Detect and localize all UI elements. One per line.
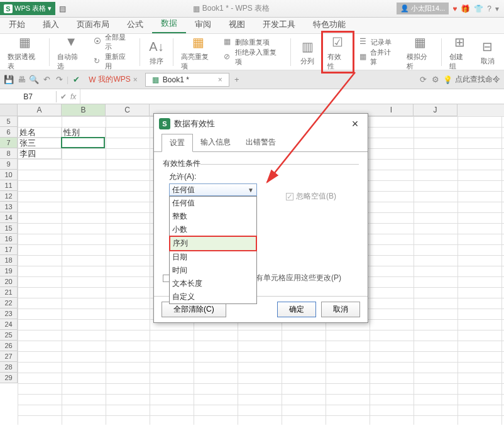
row-header[interactable]: 27	[0, 351, 18, 362]
combo-item-time[interactable]: 时间	[170, 264, 256, 277]
chevron-down-icon[interactable]: ▼	[248, 187, 254, 194]
pivot-button[interactable]: ▦ 数据透视表	[4, 33, 45, 71]
titlebar-menu-icon[interactable]: ▤	[59, 4, 66, 13]
user-badge[interactable]: 👤 小太阳14...	[397, 3, 449, 14]
row-header[interactable]: 14	[0, 212, 18, 223]
menu-formula[interactable]: 公式	[118, 16, 152, 33]
remove-dup-button[interactable]: ▦删除重复项	[224, 37, 270, 47]
select-all-corner[interactable]	[0, 104, 18, 116]
group-button[interactable]: ⊞ 创建组	[446, 33, 474, 71]
row-header[interactable]: 6	[0, 127, 18, 138]
highlight-dup-button[interactable]: ▦ 高亮重复项	[177, 33, 219, 71]
find-command-label[interactable]: 点此查找命令	[455, 74, 500, 85]
save-icon[interactable]: 💾	[4, 75, 14, 85]
record-button[interactable]: ☰记录单	[359, 37, 392, 47]
close-icon[interactable]: ×	[133, 75, 138, 84]
row-header[interactable]: 5	[0, 116, 18, 127]
menu-dev[interactable]: 开发工具	[254, 16, 304, 33]
menu-view[interactable]: 视图	[220, 16, 254, 33]
row-header[interactable]: 29	[0, 373, 18, 383]
accept-icon[interactable]: ✔	[60, 92, 67, 101]
ignore-blank-checkbox[interactable]: ✓ 忽略空值(B)	[286, 191, 336, 202]
tab-error-alert[interactable]: 出错警告	[238, 134, 283, 152]
check-icon[interactable]: ✔	[71, 75, 81, 85]
heart-icon[interactable]: ♥	[452, 4, 457, 13]
cell-A6[interactable]: 姓名	[18, 127, 62, 138]
shirt-icon[interactable]: 👕	[474, 4, 483, 13]
name-box[interactable]: B7	[0, 91, 57, 102]
preview-icon[interactable]: 🔍	[29, 75, 39, 85]
combo-display[interactable]: 任何值 ▼	[169, 183, 257, 196]
col-header[interactable]: I	[370, 104, 414, 116]
tab-input-msg[interactable]: 输入信息	[193, 134, 238, 152]
combo-item-decimal[interactable]: 小数	[170, 223, 256, 236]
cell-A7[interactable]: 张三	[18, 138, 62, 148]
whatif-button[interactable]: ▦ 模拟分析	[403, 33, 437, 71]
row-header[interactable]: 16	[0, 234, 18, 244]
text-cols-button[interactable]: ▥ 分列	[295, 38, 320, 66]
row-header[interactable]: 8	[0, 148, 18, 159]
menu-review[interactable]: 审阅	[186, 16, 220, 33]
cell-B6[interactable]: 性别	[62, 127, 106, 138]
row-header[interactable]: 7	[0, 138, 18, 148]
menu-insert[interactable]: 插入	[34, 16, 68, 33]
gift-icon[interactable]: 🎁	[461, 4, 470, 13]
combo-item-integer[interactable]: 整数	[170, 210, 256, 223]
combo-item-custom[interactable]: 自定义	[170, 290, 256, 303]
refresh-icon[interactable]: ⟳	[418, 75, 428, 85]
row-header[interactable]: 20	[0, 276, 18, 287]
undo-icon[interactable]: ↶	[41, 75, 52, 85]
print-icon[interactable]: 🖶	[16, 75, 26, 85]
row-header[interactable]: 12	[0, 191, 18, 202]
app-badge[interactable]: S WPS 表格 ▾	[0, 2, 55, 15]
close-icon[interactable]: ×	[218, 75, 222, 84]
settings-icon[interactable]: ⚙	[430, 75, 441, 85]
combo-item-list[interactable]: 序列	[169, 236, 257, 251]
row-header[interactable]: 17	[0, 244, 18, 255]
row-header[interactable]: 15	[0, 223, 18, 234]
menu-start[interactable]: 开始	[0, 16, 34, 33]
combo-item-date[interactable]: 日期	[170, 251, 256, 264]
row-header[interactable]: 24	[0, 319, 18, 330]
col-header[interactable]: C	[106, 104, 150, 116]
col-header[interactable]: J	[414, 104, 457, 116]
menu-data[interactable]: 数据	[152, 14, 186, 33]
reapply-button[interactable]: ↻重新应用	[94, 52, 132, 71]
row-header[interactable]: 26	[0, 341, 18, 351]
row-header[interactable]: 19	[0, 266, 18, 276]
row-header[interactable]: 28	[0, 362, 18, 373]
chevron-down-icon[interactable]: ▾	[495, 4, 499, 13]
row-header[interactable]: 21	[0, 287, 18, 298]
row-header[interactable]: 18	[0, 255, 18, 266]
add-tab-icon[interactable]: +	[232, 75, 242, 85]
row-header[interactable]: 22	[0, 298, 18, 309]
show-all-button[interactable]: ⦿全部显示	[94, 33, 132, 52]
reject-dup-button[interactable]: ⊘拒绝录入重复项	[224, 48, 283, 67]
close-icon[interactable]: ×	[348, 117, 363, 131]
cancel-button[interactable]: 取消	[321, 302, 360, 317]
menu-layout[interactable]: 页面布局	[68, 16, 118, 33]
ok-button[interactable]: 确定	[277, 302, 316, 317]
cell-A8[interactable]: 李四	[18, 148, 62, 159]
tab-settings[interactable]: 设置	[162, 134, 193, 152]
chevron-down-icon[interactable]: ▾	[48, 4, 52, 13]
sort-button[interactable]: A↓ 排序	[144, 38, 169, 66]
allow-combo[interactable]: 任何值 ▼ 任何值 整数 小数 序列 日期 时间 文本长度 自定义	[169, 183, 257, 196]
col-header[interactable]: B	[62, 104, 106, 116]
row-header[interactable]: 23	[0, 309, 18, 319]
col-header[interactable]: A	[18, 104, 62, 116]
redo-icon[interactable]: ↷	[54, 75, 64, 85]
formula-input[interactable]	[80, 89, 504, 104]
doc-tab-book1[interactable]: ▦ Book1 * ×	[145, 73, 229, 87]
combo-item-textlen[interactable]: 文本长度	[170, 277, 256, 290]
dialog-titlebar[interactable]: S 数据有效性 ×	[154, 114, 368, 134]
row-header[interactable]: 11	[0, 180, 18, 191]
fx-icon[interactable]: fx	[70, 92, 76, 101]
row-header[interactable]: 25	[0, 330, 18, 341]
wps-home-tab[interactable]: W 我的WPS ×	[84, 72, 143, 87]
row-header[interactable]: 13	[0, 202, 18, 212]
row-header[interactable]: 10	[0, 170, 18, 180]
consolidate-button[interactable]: ▦合并计算	[359, 48, 398, 67]
validity-button[interactable]: ☑ 有效性	[324, 33, 351, 71]
ungroup-button[interactable]: ⊟ 取消	[475, 38, 500, 66]
